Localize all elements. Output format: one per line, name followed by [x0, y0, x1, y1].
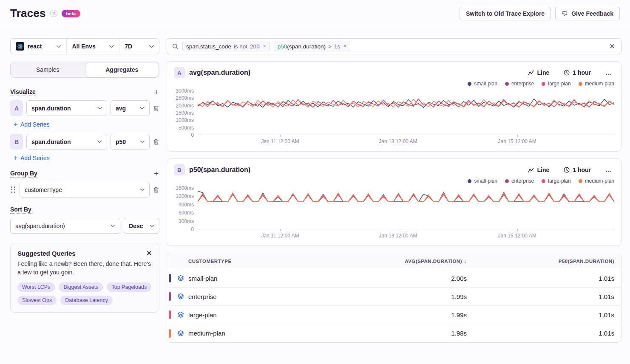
- chart-menu-icon[interactable]: …: [603, 166, 614, 174]
- legend-item[interactable]: medium-plan: [579, 81, 614, 87]
- clock-icon: [564, 70, 570, 76]
- line-chart-p50[interactable]: Jan 11 12:00 AMJan 13 12:00 AMJan 15 12:…: [198, 188, 614, 229]
- filter-token-p50-duration[interactable]: p50(span.duration) > 1s ×: [274, 42, 351, 51]
- line-chart-avg[interactable]: Jan 11 12:00 AMJan 13 12:00 AMJan 15 12:…: [198, 91, 614, 135]
- search-bar[interactable]: span.status_code is not 200 × p50(span.d…: [167, 38, 621, 54]
- suggested-query-chip[interactable]: Slowest Ops: [17, 296, 57, 305]
- series-badge-a: A: [10, 100, 23, 116]
- search-input[interactable]: [354, 39, 604, 54]
- series-color-bar: [169, 329, 171, 338]
- help-icon[interactable]: ?: [50, 10, 57, 17]
- legend-item[interactable]: enterprise: [505, 81, 534, 87]
- x-axis-tick: [517, 229, 518, 231]
- chevron-down-icon: [140, 188, 145, 191]
- add-series-button[interactable]: + Add Series: [11, 154, 52, 162]
- group-by-heading: Group By: [10, 170, 37, 178]
- filter-token-status-code[interactable]: span.status_code is not 200 ×: [182, 42, 270, 51]
- legend-item[interactable]: small-plan: [468, 81, 497, 87]
- clear-search-icon[interactable]: ✕: [608, 43, 616, 50]
- delete-group-by-button[interactable]: [153, 186, 159, 193]
- x-axis-tick-label: Jan 15 12:00 AM: [498, 233, 536, 239]
- add-series-button[interactable]: + Add Series: [11, 120, 52, 128]
- legend-item[interactable]: large-plan: [542, 81, 570, 87]
- legend-item[interactable]: small-plan: [468, 178, 497, 184]
- row-p50-value: 1.01s: [474, 275, 621, 282]
- x-axis-tick-label: Jan 11 12:00 AM: [261, 138, 299, 144]
- suggested-query-chip[interactable]: Top Pageloads: [107, 282, 151, 292]
- clock-icon: [564, 167, 570, 173]
- legend-dot: [542, 82, 545, 86]
- plus-icon: +: [14, 121, 18, 128]
- date-range-select[interactable]: 7D: [119, 39, 159, 54]
- x-axis-tick: [398, 135, 398, 137]
- table-row[interactable]: large-plan 1.99s 1.01s: [167, 306, 621, 324]
- series-color-bar: [169, 274, 171, 282]
- chart-type-button[interactable]: Line: [525, 166, 552, 174]
- chart-card-avg: A avg(span.duration) Line 1 hour: [167, 61, 621, 152]
- give-feedback-label: Give Feedback: [571, 10, 613, 17]
- plus-icon: +: [14, 154, 18, 161]
- layers-icon[interactable]: [173, 275, 188, 282]
- sort-direction-select[interactable]: Desc: [124, 218, 159, 234]
- chart-card-p50: B p50(span.duration) Line 1 hour: [167, 158, 621, 246]
- trash-icon: [153, 138, 159, 145]
- close-icon[interactable]: ✕: [146, 250, 152, 257]
- legend-item[interactable]: medium-plan: [579, 178, 614, 184]
- remove-token-icon[interactable]: ×: [343, 43, 346, 49]
- column-header-p50[interactable]: P50(SPAN.DURATION): [474, 259, 621, 264]
- legend-item[interactable]: enterprise: [505, 178, 534, 184]
- interval-button[interactable]: 1 hour: [561, 166, 593, 174]
- add-group-by-button[interactable]: +: [153, 169, 159, 178]
- series-b-field-select[interactable]: span.duration: [26, 134, 107, 150]
- y-axis-tick-label: 2000ms: [176, 103, 194, 109]
- drag-handle-icon[interactable]: [10, 185, 16, 195]
- table-row[interactable]: small-plan 2.00s 1.01s: [167, 269, 621, 288]
- add-visualize-button[interactable]: +: [153, 88, 159, 96]
- row-avg-value: 2.00s: [333, 275, 474, 282]
- suggested-query-chip[interactable]: Biggest Assets: [59, 282, 103, 292]
- series-b-aggregate-select[interactable]: p50: [111, 134, 150, 150]
- delete-series-b-button[interactable]: [153, 138, 159, 145]
- interval-button[interactable]: 1 hour: [561, 69, 593, 76]
- x-axis-tick-label: Jan 13 12:00 AM: [379, 138, 417, 144]
- column-header-customertype[interactable]: CUSTOMERTYPE: [188, 259, 333, 264]
- tab-aggregates[interactable]: Aggregates: [85, 62, 159, 77]
- project-select[interactable]: react: [11, 39, 66, 54]
- switch-old-explore-button[interactable]: Switch to Old Trace Explore: [460, 7, 551, 20]
- layers-icon[interactable]: [173, 311, 188, 318]
- chevron-down-icon: [140, 140, 145, 143]
- suggested-query-chip[interactable]: Database Latency: [60, 296, 113, 305]
- sort-field-select[interactable]: avg(span.duration): [10, 218, 120, 234]
- series-a-field-select[interactable]: span.duration: [26, 100, 107, 116]
- chart-menu-icon[interactable]: …: [603, 69, 614, 76]
- row-label: enterprise: [188, 293, 333, 300]
- delete-series-a-button[interactable]: [153, 105, 159, 112]
- sort-by-row: avg(span.duration) Desc: [10, 218, 159, 234]
- row-label: medium-plan: [188, 330, 333, 337]
- give-feedback-button[interactable]: Give Feedback: [555, 7, 620, 20]
- chart-title: p50(span.duration): [189, 166, 250, 174]
- x-axis-tick-label: Jan 13 12:00 AM: [379, 233, 417, 239]
- remove-token-icon[interactable]: ×: [262, 43, 266, 49]
- visualize-series-row-b: B span.duration p50: [10, 134, 159, 150]
- legend-item[interactable]: large-plan: [542, 178, 570, 184]
- row-p50-value: 1.01s: [474, 311, 621, 319]
- y-axis-tick-label: 1000ms: [176, 117, 194, 123]
- layers-icon[interactable]: [173, 293, 188, 300]
- group-by-select[interactable]: customerType: [20, 182, 150, 198]
- table-row[interactable]: medium-plan 1.98s 1.01s: [167, 324, 621, 342]
- suggested-query-chip[interactable]: Worst LCPs: [17, 282, 55, 292]
- table-row[interactable]: enterprise 1.99s 1.01s: [167, 288, 621, 306]
- legend-label: enterprise: [511, 81, 534, 87]
- environment-select[interactable]: All Envs: [66, 39, 119, 54]
- tab-samples[interactable]: Samples: [11, 62, 85, 77]
- chart-type-button[interactable]: Line: [525, 69, 552, 76]
- suggested-queries-panel: Suggested Queries ✕ Feeling like a newb?…: [10, 243, 159, 313]
- layers-icon[interactable]: [173, 330, 188, 337]
- date-range-label: 7D: [125, 43, 132, 50]
- chevron-down-icon: [111, 224, 115, 227]
- column-header-avg[interactable]: AVG(SPAN.DURATION)↓: [333, 258, 474, 264]
- legend-dot: [579, 82, 582, 86]
- series-a-aggregate-select[interactable]: avg: [111, 100, 150, 116]
- series-color-bar: [169, 292, 171, 301]
